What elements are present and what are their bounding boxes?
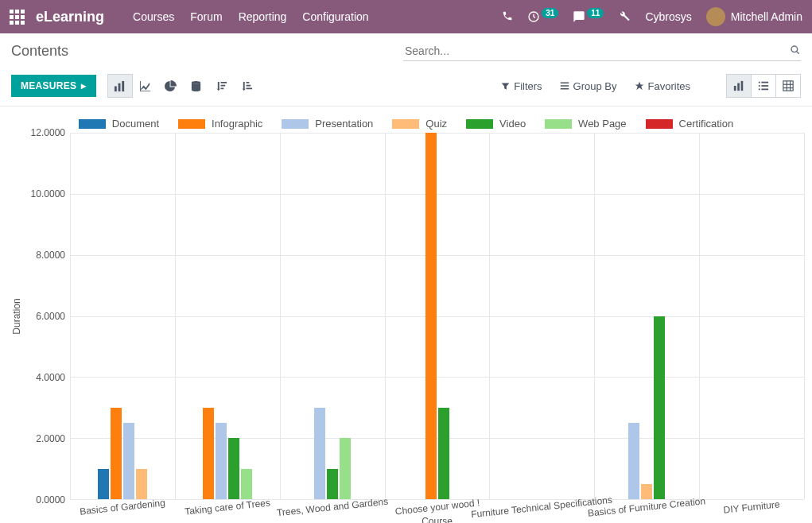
company-switcher[interactable]: Cybrosys — [645, 10, 691, 23]
legend-item[interactable]: Video — [466, 118, 526, 130]
page-title: Contents — [11, 43, 68, 60]
chart-bar[interactable] — [641, 484, 652, 499]
bar-chart-icon[interactable] — [107, 74, 133, 98]
breadcrumb-bar: Contents — [0, 33, 812, 69]
svg-rect-9 — [560, 88, 569, 90]
svg-rect-10 — [734, 86, 736, 91]
y-axis-label: Duration — [11, 298, 22, 334]
favorites-button[interactable]: Favorites — [635, 80, 690, 92]
y-tick-label: 12.0000 — [31, 127, 65, 138]
nav-forum[interactable]: Forum — [190, 10, 222, 23]
chart-bar[interactable] — [425, 133, 437, 499]
legend-swatch — [545, 119, 572, 129]
svg-rect-5 — [122, 80, 125, 91]
legend-item[interactable]: Document — [79, 118, 159, 130]
apps-icon[interactable] — [10, 10, 25, 25]
legend-label: Document — [112, 118, 159, 130]
legend-item[interactable]: Quiz — [392, 118, 447, 130]
svg-rect-3 — [115, 86, 117, 91]
chart-bar[interactable] — [340, 438, 351, 499]
search-box[interactable] — [403, 41, 801, 61]
y-tick-label: 10.0000 — [31, 188, 65, 200]
activities-icon[interactable]: 31 — [527, 10, 558, 23]
chart-legend: DocumentInfographicPresentationQuizVideo… — [8, 113, 804, 133]
chart-bar[interactable] — [241, 469, 252, 499]
brand: eLearning — [36, 9, 104, 25]
y-axis-ticks: 0.00002.00004.00006.00008.000010.000012.… — [25, 133, 70, 500]
svg-rect-14 — [761, 82, 768, 83]
sort-asc-icon[interactable] — [235, 74, 260, 98]
line-chart-icon[interactable] — [133, 74, 158, 98]
legend-swatch — [282, 119, 309, 129]
search-icon[interactable] — [790, 45, 801, 58]
phone-icon[interactable] — [502, 10, 513, 24]
chart-type-switch — [107, 74, 260, 98]
chart-bar[interactable] — [203, 408, 214, 499]
chart-bar[interactable] — [228, 438, 239, 499]
svg-rect-8 — [560, 85, 569, 87]
legend-label: Presentation — [315, 118, 373, 130]
filters-button[interactable]: Filters — [501, 80, 542, 92]
svg-rect-13 — [759, 82, 760, 83]
legend-swatch — [79, 119, 106, 129]
legend-item[interactable]: Infographic — [178, 118, 262, 130]
list-view-icon[interactable] — [751, 74, 776, 98]
chart-bar[interactable] — [438, 408, 449, 499]
nav-reporting[interactable]: Reporting — [239, 10, 287, 23]
chart-bar[interactable] — [216, 423, 227, 499]
y-tick-label: 2.0000 — [36, 433, 65, 444]
main-nav: Courses Forum Reporting Configuration — [133, 10, 369, 23]
legend-swatch — [392, 119, 419, 129]
chart-bar[interactable] — [123, 423, 134, 499]
svg-rect-11 — [737, 83, 740, 91]
svg-rect-7 — [560, 83, 569, 84]
x-tick-label: Basics of Gardening — [79, 497, 165, 517]
measures-button[interactable]: MEASURES ▸ — [11, 75, 96, 97]
legend-item[interactable]: Web Page — [545, 118, 626, 130]
chart-bar[interactable] — [327, 469, 338, 499]
tools-icon[interactable] — [618, 10, 631, 25]
chart-container: DocumentInfographicPresentationQuizVideo… — [0, 107, 812, 523]
legend-swatch — [178, 119, 205, 129]
x-axis-ticks: Basics of GardeningTaking care of TreesT… — [70, 500, 804, 514]
svg-rect-15 — [759, 85, 760, 87]
search-input[interactable] — [403, 41, 790, 60]
chart-bar[interactable] — [654, 316, 665, 500]
messages-icon[interactable]: 11 — [573, 10, 604, 23]
avatar — [706, 7, 725, 26]
svg-rect-18 — [761, 89, 768, 91]
stacked-chart-icon[interactable] — [184, 74, 209, 98]
legend-label: Quiz — [425, 118, 447, 130]
svg-rect-16 — [761, 85, 768, 87]
chart-bar[interactable] — [98, 469, 109, 499]
chart-bar[interactable] — [111, 408, 122, 499]
pie-chart-icon[interactable] — [158, 74, 184, 98]
user-menu[interactable]: Mitchell Admin — [706, 7, 802, 26]
chart-bar[interactable] — [628, 423, 639, 499]
x-tick-label: Choose your wood ! — [394, 497, 480, 517]
favorites-label: Favorites — [648, 80, 690, 92]
chart-plot — [70, 133, 804, 500]
group-by-button[interactable]: Group By — [560, 80, 617, 92]
svg-point-6 — [192, 80, 200, 83]
svg-line-2 — [797, 51, 799, 53]
sort-desc-icon[interactable] — [209, 74, 235, 98]
legend-swatch — [466, 119, 493, 129]
y-tick-label: 8.0000 — [36, 250, 65, 261]
legend-label: Infographic — [212, 118, 262, 130]
legend-label: Web Page — [578, 118, 626, 130]
chart-bar[interactable] — [136, 469, 147, 499]
nav-configuration[interactable]: Configuration — [302, 10, 368, 23]
pivot-view-icon[interactable] — [775, 74, 801, 98]
graph-view-icon[interactable] — [726, 74, 752, 98]
chart-bar[interactable] — [314, 408, 325, 499]
legend-item[interactable]: Certification — [646, 118, 734, 130]
x-tick-label: Taking care of Trees — [184, 497, 270, 517]
legend-item[interactable]: Presentation — [282, 118, 373, 130]
group-by-label: Group By — [573, 80, 617, 92]
nav-courses[interactable]: Courses — [133, 10, 174, 23]
y-tick-label: 6.0000 — [36, 311, 65, 322]
x-tick-label: DIY Furniture — [723, 498, 780, 515]
user-name: Mitchell Admin — [731, 10, 802, 23]
filters-label: Filters — [514, 80, 542, 92]
